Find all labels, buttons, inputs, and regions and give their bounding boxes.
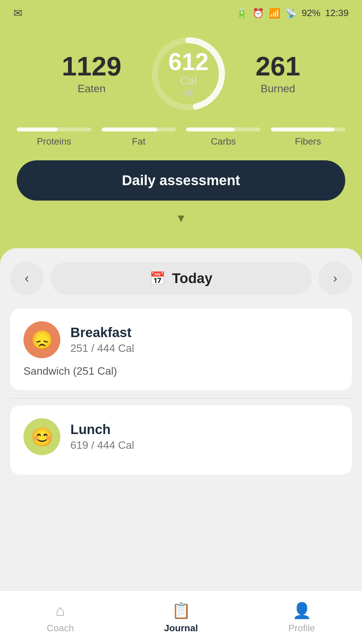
macro-bar-fill	[186, 127, 235, 131]
nav-label-profile: Profile	[288, 623, 315, 634]
bottom-navigation: ⌂ Coach 📋 Journal 👤 Profile	[0, 590, 362, 644]
macro-item-carbs: Carbs	[186, 127, 261, 147]
calorie-ring: 612 Cal left	[148, 34, 229, 114]
meal-name: Lunch	[70, 422, 134, 437]
bottom-section: ‹ 📅 Today › 😞 Breakfast 251 / 444 Cal Sa…	[0, 248, 362, 644]
meal-card-lunch[interactable]: 😊 Lunch 619 / 444 Cal	[10, 406, 352, 475]
macro-bar-fill	[271, 127, 334, 131]
macro-bar-fill	[102, 127, 158, 131]
time-display: 12:39	[325, 8, 349, 18]
macro-bar-track	[102, 127, 176, 131]
top-section: 1129 Eaten 612 Cal left 261 Burned Prote…	[0, 23, 362, 239]
calorie-section: 1129 Eaten 612 Cal left 261 Burned	[17, 34, 345, 114]
nav-icon-journal: 📋	[172, 601, 191, 620]
meal-name: Breakfast	[70, 325, 134, 340]
meal-food: Sandwich (251 Cal)	[23, 365, 339, 377]
ring-text: 612 Cal left	[168, 50, 208, 98]
meal-header: 😞 Breakfast 251 / 444 Cal	[23, 321, 339, 358]
daily-assessment-button[interactable]: Daily assessment	[17, 160, 345, 201]
meal-info: Lunch 619 / 444 Cal	[70, 422, 134, 451]
meal-calories: 619 / 444 Cal	[70, 439, 134, 451]
nav-item-coach[interactable]: ⌂ Coach	[0, 601, 121, 634]
macro-bar-track	[271, 127, 346, 131]
macro-label: Fat	[102, 136, 176, 147]
prev-date-button[interactable]: ‹	[10, 262, 44, 295]
macro-item-proteins: Proteins	[17, 127, 92, 147]
date-display[interactable]: 📅 Today	[50, 262, 312, 294]
macro-bar-fill	[17, 127, 58, 131]
nav-item-journal[interactable]: 📋 Journal	[121, 601, 241, 634]
meal-emoji: 😊	[23, 418, 60, 455]
macro-label: Fibers	[271, 136, 346, 147]
meal-card-breakfast[interactable]: 😞 Breakfast 251 / 444 Cal Sandwich (251 …	[10, 309, 352, 390]
nav-icon-coach: ⌂	[56, 601, 65, 620]
macro-bar-track	[17, 127, 92, 131]
next-date-button[interactable]: ›	[318, 262, 352, 295]
eaten-section: 1129 Eaten	[62, 53, 121, 95]
chevron-down-icon: ▾	[17, 210, 345, 225]
meal-calories: 251 / 444 Cal	[70, 342, 134, 355]
nav-item-profile[interactable]: 👤 Profile	[241, 601, 362, 634]
meal-divider	[10, 398, 352, 399]
eaten-calories: 1129	[62, 53, 121, 80]
alarm-icon: ⏰	[252, 8, 264, 19]
signal-icon: 📡	[285, 8, 297, 19]
burned-label: Burned	[255, 83, 300, 95]
nav-label-coach: Coach	[47, 623, 74, 634]
macro-item-fat: Fat	[102, 127, 176, 147]
macro-label: Carbs	[186, 136, 261, 147]
status-bar: ✉ 🔋 ⏰ 📶 📡 92% 12:39	[0, 0, 362, 23]
macro-bar-track	[186, 127, 261, 131]
status-right: 🔋 ⏰ 📶 📡 92% 12:39	[236, 8, 349, 19]
email-icon: ✉	[13, 7, 22, 19]
date-navigation: ‹ 📅 Today ›	[10, 262, 352, 295]
date-text: Today	[172, 270, 213, 286]
nav-label-journal: Journal	[164, 623, 198, 634]
meal-emoji: 😞	[23, 321, 60, 358]
burned-calories: 261	[255, 53, 300, 80]
eaten-label: Eaten	[62, 83, 121, 95]
macro-bars: Proteins Fat Carbs Fibers	[17, 127, 345, 147]
battery-percent: 92%	[302, 8, 320, 18]
burned-section: 261 Burned	[255, 53, 300, 95]
macro-label: Proteins	[17, 136, 92, 147]
meal-info: Breakfast 251 / 444 Cal	[70, 325, 134, 355]
ring-calories: 612	[168, 50, 208, 74]
meal-cards: 😞 Breakfast 251 / 444 Cal Sandwich (251 …	[10, 309, 352, 475]
calendar-icon: 📅	[149, 271, 165, 286]
ring-left-label: left	[168, 87, 208, 98]
macro-item-fibers: Fibers	[271, 127, 346, 147]
meal-header: 😊 Lunch 619 / 444 Cal	[23, 418, 339, 455]
nav-icon-profile: 👤	[292, 601, 311, 620]
ring-cal-label: Cal	[168, 74, 208, 88]
wifi-icon: 📶	[269, 8, 281, 19]
battery-icon: 🔋	[236, 8, 248, 19]
